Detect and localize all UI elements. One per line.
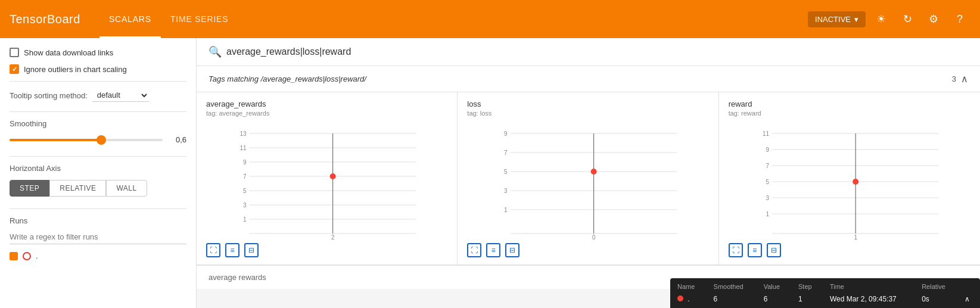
tooltip-sorting-row: Tooltip sorting method: default ascendin… [10,89,186,102]
show-download-links-label: Show data download links [24,48,113,57]
smoothing-title: Smoothing [10,119,186,128]
tags-query: /average_rewards|loss|reward/ [261,74,366,83]
col-header-smoothed: Smoothed [707,278,757,293]
top-navigation: TensorBoard SCALARS TIME SERIES INACTIVE… [0,0,980,38]
inactive-label: INACTIVE [815,15,851,24]
chart-title-2: reward [729,99,970,108]
nav-right-controls: INACTIVE ▾ ☀ ↻ ⚙ ? [808,8,970,30]
svg-text:0: 0 [592,234,596,241]
layout: Show data download links Ignore outliers… [0,38,980,308]
chart-subtitle-0: tag: average_rewards [206,110,447,117]
ignore-outliers-label: Ignore outliers in chart scaling [24,65,127,74]
svg-text:3: 3 [504,188,508,194]
tooltip-step: 1 [791,293,823,308]
tags-header: Tags matching /average_rewards|loss|rewa… [197,66,980,92]
show-download-links-row: Show data download links [10,48,186,57]
main-content: 🔍 Tags matching /average_rewards|loss|re… [197,38,980,308]
svg-text:1: 1 [766,211,769,217]
svg-text:11: 11 [240,145,247,151]
chart-expand-btn-1[interactable]: ⛶ [467,243,481,257]
tooltip-dot [677,295,683,301]
smoothing-slider-fill [10,139,101,141]
chart-options-btn-1[interactable]: ≡ [486,243,500,257]
col-header-step: Step [791,278,823,293]
dropdown-chevron-icon: ▾ [854,15,858,24]
svg-text:1: 1 [854,234,857,241]
svg-point-17 [330,173,336,179]
chart-expand-btn-2[interactable]: ⛶ [729,243,743,257]
tooltip-sorting-select[interactable]: default ascending descending nearest [92,89,149,102]
tags-matching-label: Tags matching /average_rewards|loss|rewa… [209,74,366,83]
tooltip-name: . [670,293,707,308]
svg-text:1: 1 [243,216,247,223]
run-item: . [10,251,186,260]
chart-title-1: loss [467,99,708,108]
second-tags-label: average rewards [209,273,266,282]
chart-card-reward: reward tag: reward 11 9 7 5 [719,92,980,265]
tooltip-expand-button[interactable]: ∧ [957,293,980,308]
refresh-icon-button[interactable]: ↻ [897,8,918,30]
tooltip-relative: 0s [914,293,957,308]
svg-text:9: 9 [504,130,508,137]
chart-yaxis-btn-1[interactable]: ⊟ [505,243,519,257]
chart-expand-btn-0[interactable]: ⛶ [206,243,220,257]
chart-svg-0: 13 11 9 7 5 3 1 2 [206,122,447,241]
ignore-outliers-checkbox[interactable] [10,64,19,74]
chart-title-0: average_rewards [206,99,447,108]
chart-actions-2: ⛶ ≡ ⊟ [729,241,970,260]
sidebar: Show data download links Ignore outliers… [0,38,197,308]
chart-options-btn-0[interactable]: ≡ [225,243,239,257]
chart-subtitle-2: tag: reward [729,110,970,117]
smoothing-slider-track[interactable] [10,139,163,141]
tags-prefix: Tags matching [209,74,261,83]
search-input[interactable] [226,46,968,57]
show-download-links-checkbox[interactable] [10,48,19,57]
help-icon-button[interactable]: ? [949,8,970,30]
chart-area-0[interactable]: 13 11 9 7 5 3 1 2 [206,122,447,241]
inactive-dropdown[interactable]: INACTIVE ▾ [808,11,866,27]
svg-text:7: 7 [766,163,769,169]
smoothing-value: 0,6 [170,135,186,144]
chart-area-1[interactable]: 9 7 5 3 1 0 [467,122,708,241]
run-checkbox[interactable] [10,252,18,260]
theme-icon-button[interactable]: ☀ [870,8,892,30]
ignore-outliers-row: Ignore outliers in chart scaling [10,64,186,74]
svg-point-31 [591,169,597,175]
chart-actions-1: ⛶ ≡ ⊟ [467,241,708,260]
col-header-value: Value [757,278,791,293]
axis-btn-step[interactable]: STEP [10,180,49,197]
chart-area-2[interactable]: 11 9 7 5 3 1 1 [729,122,970,241]
svg-text:2: 2 [331,234,335,241]
sidebar-divider-1 [10,81,186,82]
charts-grid: average_rewards tag: average_rewards [197,92,980,265]
tooltip-smoothed: 6 [707,293,757,308]
chart-yaxis-btn-2[interactable]: ⊟ [767,243,781,257]
tags-count-area: 3 ∧ [952,73,968,85]
sidebar-divider-4 [10,209,186,209]
svg-text:11: 11 [763,130,770,137]
smoothing-slider-thumb[interactable] [97,135,106,145]
svg-text:5: 5 [504,169,508,175]
chart-yaxis-btn-0[interactable]: ⊟ [244,243,259,257]
chart-options-btn-2[interactable]: ≡ [748,243,762,257]
svg-text:7: 7 [504,150,508,156]
search-bar: 🔍 [197,38,980,66]
axis-btn-relative[interactable]: RELATIVE [49,180,106,197]
svg-text:1: 1 [504,207,508,213]
horizontal-axis-title: Horizontal Axis [10,164,186,173]
settings-icon-button[interactable]: ⚙ [923,8,944,30]
col-header-time: Time [823,278,914,293]
run-radio[interactable] [23,252,31,260]
tags-collapse-button[interactable]: ∧ [961,73,968,85]
svg-text:3: 3 [243,202,247,209]
tab-scalars[interactable]: SCALARS [99,0,161,38]
chart-card-loss: loss tag: loss 9 7 5 3 1 [458,92,718,265]
svg-point-47 [853,179,858,185]
runs-filter-input[interactable] [10,230,186,244]
smoothing-section: Smoothing 0,6 [10,119,186,144]
tab-time-series[interactable]: TIME SERIES [161,0,238,38]
svg-text:13: 13 [240,130,247,137]
axis-btn-wall[interactable]: WALL [106,180,147,197]
brand-title: TensorBoard [10,13,80,26]
run-label: . [36,251,38,260]
